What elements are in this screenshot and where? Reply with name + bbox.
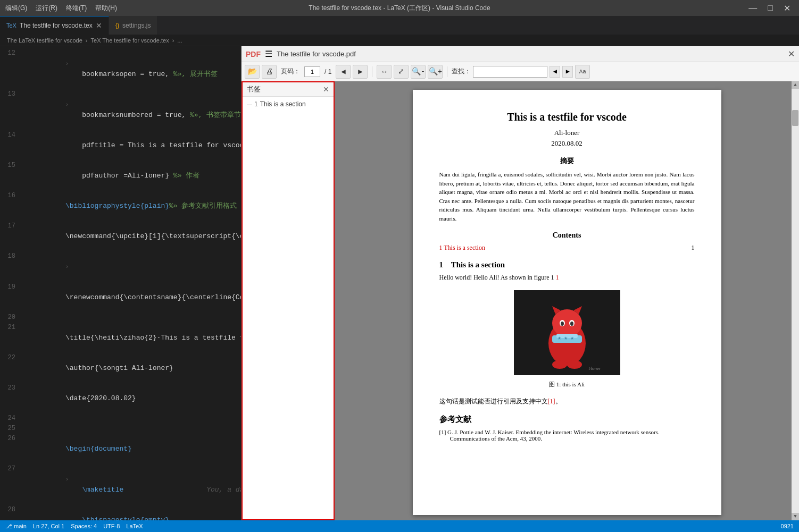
pdf-next-page-button[interactable]: ▶ <box>353 65 368 79</box>
bookmark-num: 1 <box>254 100 258 108</box>
svg-point-7 <box>561 322 564 326</box>
close-button[interactable]: ✕ <box>780 2 794 14</box>
pdf-section-title: 1 This is a section <box>439 260 695 269</box>
menu-help[interactable]: 帮助(H) <box>95 4 117 13</box>
pdf-prev-page-button[interactable]: ◀ <box>336 65 351 79</box>
bookmarks-list: — 1 This is a section <box>243 97 334 519</box>
status-time: 0921 <box>781 523 794 529</box>
pdf-text-size-button[interactable]: Aa <box>575 65 590 79</box>
breadcrumb-item-1[interactable]: The LaTeX testfile for vscode <box>7 37 82 44</box>
tab-tex-close[interactable]: ✕ <box>96 21 102 30</box>
pdf-body-text: Hello world! Hello Ali! As shown in figu… <box>439 274 695 282</box>
svg-point-2 <box>552 309 582 337</box>
pdf-main-title: This is a testfile for vscode <box>439 111 695 123</box>
pdf-fit-page-button[interactable]: ⤢ <box>394 65 409 79</box>
menu-edit[interactable]: 编辑(G) <box>5 4 27 13</box>
pdf-search-prev-button[interactable]: ◀ <box>550 66 560 78</box>
pdf-figure: ★ ★ ★ ♪loner 图 1: this is Ali <box>439 290 695 389</box>
pdf-zoom-out-button[interactable]: 🔍- <box>411 65 426 79</box>
pdf-figure-ref[interactable]: 1 <box>555 274 559 281</box>
pdf-abstract-title: 摘要 <box>439 156 695 166</box>
svg-point-14 <box>552 360 567 369</box>
pdf-fit-width-button[interactable]: ↔ <box>377 65 392 79</box>
svg-text:★: ★ <box>557 336 561 341</box>
status-encoding[interactable]: UTF-8 <box>103 523 120 529</box>
svg-point-8 <box>570 322 573 326</box>
tab-json[interactable]: {} settings.js <box>109 16 158 35</box>
pdf-scrollbar: ▲ ▼ <box>792 81 799 520</box>
pdf-content-area[interactable]: This is a testfile for vscode Ali-loner … <box>335 81 799 520</box>
bookmarks-header: 书签 ✕ <box>243 82 334 97</box>
svg-text:★: ★ <box>564 336 568 341</box>
pdf-contents-title: Contents <box>439 231 695 240</box>
svg-text:★: ★ <box>570 336 574 341</box>
pdf-toolbar-separator-2 <box>447 66 447 77</box>
bookmark-arrow-icon: — <box>247 102 252 107</box>
pdf-search-input[interactable] <box>473 66 547 78</box>
pdf-toolbar-separator-1 <box>372 66 372 77</box>
bookmark-item-1[interactable]: — 1 This is a section <box>243 99 334 109</box>
status-position[interactable]: Ln 27, Col 1 <box>33 523 64 529</box>
scrollbar-thumb[interactable] <box>792 110 798 126</box>
menu-run[interactable]: 运行(R) <box>36 4 57 13</box>
pdf-search-label: 查找： <box>452 67 471 76</box>
scrollbar-down-button[interactable]: ▼ <box>792 513 799 520</box>
window-title: The testfile for vscode.tex - LaTeX (工作区… <box>309 4 490 13</box>
pdf-page-input[interactable] <box>304 66 320 77</box>
json-icon: {} <box>115 22 119 29</box>
pdf-print-button[interactable]: 🖨 <box>262 65 277 79</box>
pdf-titlebar: PDF ☰ The testfile for vscode.pdf ✕ <box>242 46 799 62</box>
pdf-figure-caption: 图 1: this is Ali <box>439 381 695 389</box>
pdf-window-controls: ✕ <box>788 49 795 59</box>
minimize-button[interactable]: — <box>745 2 760 14</box>
tex-icon: TeX <box>6 22 16 29</box>
status-bar: ⎇ main Ln 27, Col 1 Spaces: 4 UTF-8 LaTe… <box>0 520 799 532</box>
bookmarks-panel: 书签 ✕ — 1 This is a section <box>242 81 335 520</box>
pdf-page-label: 页码： <box>281 67 300 76</box>
maximize-button[interactable]: □ <box>764 2 776 14</box>
tab-json-label: settings.js <box>122 22 151 29</box>
pdf-title: The testfile for vscode.pdf <box>277 50 784 58</box>
pdf-zoom-in-button[interactable]: 🔍+ <box>428 65 443 79</box>
pdf-figure-image: ★ ★ ★ ♪loner <box>514 290 620 375</box>
tab-tex-label: The testfile for vscode.tex <box>20 22 93 29</box>
pdf-close-button[interactable]: ✕ <box>788 49 795 59</box>
menu-terminal[interactable]: 终端(T) <box>66 4 87 13</box>
breadcrumb-separator-2: › <box>172 37 174 44</box>
pdf-toolbar: 📂 🖨 页码： / 1 ◀ ▶ ↔ ⤢ 🔍- 🔍+ 查找： ◀ ▶ Aa <box>242 62 799 81</box>
pdf-file-icon: PDF <box>246 50 261 58</box>
tab-tex[interactable]: TeX The testfile for vscode.tex ✕ <box>0 16 109 35</box>
pdf-search-next-button[interactable]: ▶ <box>562 66 573 78</box>
pdf-date: 2020.08.02 <box>439 139 695 148</box>
pdf-toc-item-1: 1 This is a section 1 <box>439 244 695 252</box>
pdf-open-button[interactable]: 📂 <box>245 65 260 79</box>
menu-bar: 编辑(G) 运行(R) 终端(T) 帮助(H) <box>5 4 117 13</box>
breadcrumb-item-2[interactable]: TeX The testfile for vscode.tex <box>91 37 169 44</box>
bookmark-label: This is a section <box>260 100 306 108</box>
bookmarks-close-button[interactable]: ✕ <box>323 85 329 94</box>
pdf-toc-page: 1 <box>692 244 695 252</box>
pdf-citation-ref[interactable]: [1] <box>548 398 555 405</box>
status-branch[interactable]: ⎇ main <box>5 523 27 530</box>
titlebar: 编辑(G) 运行(R) 终端(T) 帮助(H) The testfile for… <box>0 0 799 16</box>
pdf-menu-icon[interactable]: ☰ <box>265 49 272 59</box>
scrollbar-up-button[interactable]: ▲ <box>792 81 799 89</box>
svg-text:♪loner: ♪loner <box>588 366 601 371</box>
breadcrumb-separator-1: › <box>86 37 88 44</box>
tab-bar: TeX The testfile for vscode.tex ✕ {} set… <box>0 16 799 35</box>
status-left: ⎇ main Ln 27, Col 1 Spaces: 4 UTF-8 LaTe… <box>5 523 143 530</box>
pdf-section-name: This is a section <box>451 260 505 269</box>
status-spaces[interactable]: Spaces: 4 <box>71 523 97 529</box>
status-language[interactable]: LaTeX <box>126 523 143 529</box>
breadcrumb-item-3[interactable]: ... <box>177 37 182 44</box>
status-right: 0921 <box>781 523 794 529</box>
pdf-references-title: 参考文献 <box>439 415 695 425</box>
pdf-body: 书签 ✕ — 1 This is a section This is a tes… <box>242 81 799 520</box>
pdf-page: This is a testfile for vscode Ali-loner … <box>413 90 721 515</box>
pdf-toc-link[interactable]: 1 This is a section <box>439 244 485 252</box>
pdf-viewer: PDF ☰ The testfile for vscode.pdf ✕ 📂 🖨 … <box>241 46 799 520</box>
ali-doll-svg: ★ ★ ★ ♪loner <box>514 290 620 375</box>
bookmarks-title: 书签 <box>247 85 261 94</box>
window-controls: — □ ✕ <box>745 2 794 14</box>
pdf-reference-1: [1] G. J. Pottie and W. J. Kaiser. Embed… <box>439 429 695 442</box>
